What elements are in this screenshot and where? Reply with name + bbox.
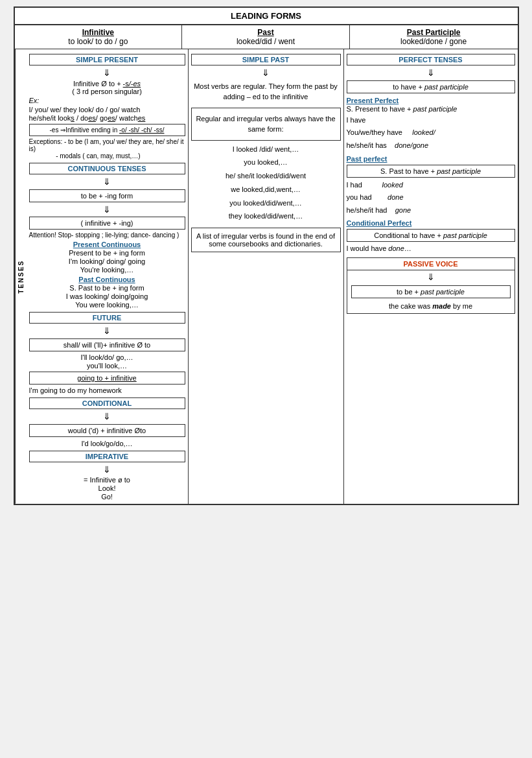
would-box: would ('d) + infinitive Øto: [29, 424, 185, 437]
conditional-perfect-title: Conditional Perfect: [347, 219, 515, 227]
present-continuous-title: Present Continuous: [29, 241, 185, 248]
past-continuous-subtitle: S. Past to be + ing form: [29, 284, 185, 292]
present-continuous-ex2: You're looking,…: [29, 266, 185, 274]
past-label: Past: [186, 28, 345, 37]
right-column: PERFECT TENSES ⇓ to have + past particip…: [344, 49, 518, 504]
imperative-rule: = Infinitive ø to: [29, 476, 185, 484]
example2: he/she/it looks / does/ goes/ watches: [29, 114, 185, 122]
passive-voice-example: the cake was made by me: [347, 300, 515, 312]
future-title: FUTURE: [29, 312, 185, 324]
imperative-ex1: Look!: [29, 484, 185, 492]
continuous-tenses-title: CONTINUOUS TENSES: [29, 163, 185, 174]
simple-present-rule: Infinitive Ø to + -s/-es( 3 rd person si…: [29, 80, 185, 95]
present-perfect-subtitle: S. Present to have + past participle: [347, 105, 515, 113]
infinitive-label: Infinitive: [19, 28, 178, 37]
imperative-title: IMPERATIVE: [29, 451, 185, 462]
past-continuous-ex2: You were looking,…: [29, 301, 185, 309]
past-value: looked/did / went: [186, 37, 345, 46]
simple-past-arrow: ⇓: [191, 67, 341, 78]
perfect-tenses-title: PERFECT TENSES: [347, 54, 515, 65]
continuous-arrow1: ⇓: [29, 176, 185, 187]
past-participle-label: Past Participle: [354, 28, 514, 37]
regular-irregular-box: Regular and irregular verbs always have …: [191, 108, 341, 141]
future-ex3: I'm going to do my homework: [29, 386, 185, 394]
simple-present-arrow: ⇓: [29, 67, 185, 78]
conditional-perfect-box: Conditional to have + past participle: [347, 229, 515, 242]
simple-past-text1: Most verbs are regular. They form the pa…: [191, 81, 341, 102]
main-title: LEADING FORMS: [15, 8, 518, 25]
passive-voice-arrow: ⇓: [347, 270, 515, 283]
past-continuous-title: Past Continuous: [29, 276, 185, 283]
middle-column: SIMPLE PAST ⇓ Most verbs are regular. Th…: [189, 49, 344, 504]
to-have-past-participle-box: to have + past participle: [347, 80, 515, 93]
present-continuous-ex1: I'm looking/ doing/ going: [29, 257, 185, 265]
header-row: Infinitive to look/ to do / go Past look…: [15, 25, 518, 49]
imperative-arrow: ⇓: [29, 464, 185, 475]
exceptions: Exceptions: - to be (I am, you/ we/ they…: [29, 138, 185, 160]
present-continuous-subtitle: Present to be + ing form: [29, 249, 185, 257]
regular-irregular-text: Regular and irregular verbs always have …: [196, 113, 336, 135]
past-perfect-examples: I had looked you had done he/she/it had …: [347, 180, 515, 217]
perfect-tenses-arrow: ⇓: [347, 67, 515, 78]
present-perfect-examples: I have You/we/they have looked/ he/she/i…: [347, 115, 515, 152]
conditional-example: I'd look/go/do,…: [29, 440, 185, 447]
infinitive-ing-box: ( infinitive + -ing): [29, 217, 185, 230]
present-perfect-title: Present Perfect: [347, 97, 515, 104]
simple-past-examples: I looked /did/ went,… you looked,… he/ s…: [191, 143, 341, 222]
imperative-ex2: Go!: [29, 493, 185, 501]
passive-voice-title: PASSIVE VOICE: [347, 258, 515, 270]
conditional-title: CONDITIONAL: [29, 397, 185, 409]
conditional-perfect-example: I would have done…: [347, 244, 515, 252]
es-box: -es ⇒Infinitive ending in -o/ -sh/ -ch/ …: [29, 124, 185, 136]
past-perfect-title: Past perfect: [347, 155, 515, 163]
ex-label: Ex:: [29, 97, 185, 104]
header-infinitive: Infinitive to look/ to do / go: [15, 25, 183, 49]
infinitive-value: to look/ to do / go: [19, 37, 178, 46]
simple-present-title: SIMPLE PRESENT: [29, 54, 185, 65]
future-ex1: I'll look/do/ go,…: [29, 353, 185, 361]
future-ex2: you'll look,…: [29, 362, 185, 370]
to-be-ing-box: to be + -ing form: [29, 189, 185, 202]
going-to-box: going to + infinitive: [29, 372, 185, 385]
left-column: SIMPLE PRESENT ⇓ Infinitive Ø to + -s/-e…: [27, 49, 189, 504]
future-arrow: ⇓: [29, 326, 185, 337]
conditional-arrow: ⇓: [29, 411, 185, 422]
header-past: Past looked/did / went: [182, 25, 350, 49]
past-perfect-box: S. Past to have + past participle: [347, 165, 515, 178]
attention-note: Attention! Stop- stopping ; lie-lying; d…: [29, 231, 185, 239]
past-participle-value: looked/done / gone: [354, 37, 514, 46]
content-area: TENSES SIMPLE PRESENT ⇓ Infinitive Ø to …: [15, 49, 518, 504]
simple-past-title: SIMPLE PAST: [191, 54, 341, 65]
passive-voice-section: PASSIVE VOICE ⇓ to be + past participle …: [347, 257, 515, 314]
page: LEADING FORMS Infinitive to look/ to do …: [14, 6, 519, 505]
header-past-participle: Past Participle looked/done / gone: [350, 25, 518, 49]
past-continuous-ex1: I was looking/ doing/going: [29, 292, 185, 300]
continuous-arrow2: ⇓: [29, 204, 185, 215]
passive-voice-box: to be + past participle: [351, 285, 511, 298]
shall-will-box: shall/ will ('ll)+ infinitive Ø to: [29, 338, 185, 351]
tenses-label: TENSES: [15, 49, 27, 504]
irregular-verbs-box: A list of irregular verbs is found in th…: [191, 228, 341, 252]
example1: I/ you/ we/ they look/ do / go/ watch: [29, 106, 185, 113]
